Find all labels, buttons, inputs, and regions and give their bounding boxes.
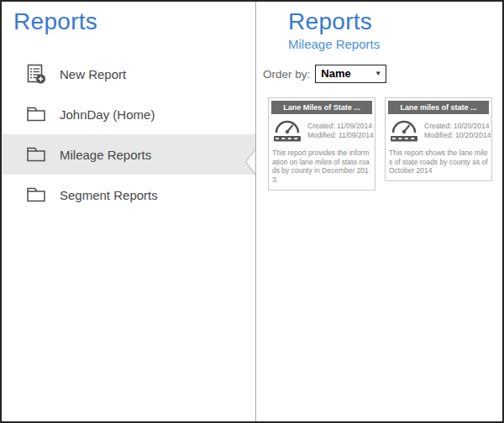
reports-app-window: Reports	[0, 0, 504, 423]
sidebar-item-label: New Report	[60, 67, 126, 81]
mileage-gauge-icon	[389, 118, 419, 144]
report-card-meta: Created: 10/20/2014 Modified: 10/20/2014	[388, 118, 489, 144]
sidebar-title: Reports	[13, 8, 255, 35]
report-card-meta: Created: 11/09/2014 Modified: 11/09/2014	[271, 118, 372, 144]
sidebar-item-label: Mileage Reports	[60, 148, 151, 162]
report-card[interactable]: Lane Miles of State ... Created: 11/09/2…	[268, 97, 375, 191]
page-title: Reports	[288, 8, 502, 35]
report-card-list: Lane Miles of State ... Created: 11/09/2…	[268, 97, 502, 191]
report-card-dates: Created: 10/20/2014 Modified: 10/20/2014	[424, 122, 491, 141]
report-card-title: Lane Miles of State ...	[271, 101, 372, 114]
report-card-dates: Created: 11/09/2014 Modified: 11/09/2014	[307, 122, 374, 141]
sidebar-item-segment-reports[interactable]: Segment Reports	[2, 175, 255, 215]
order-by-select[interactable]: Name ▼	[315, 65, 386, 83]
sidebar-item-mileage-reports[interactable]: Mileage Reports	[2, 134, 255, 175]
folder-list: New Report JohnDay (Home)	[2, 54, 255, 215]
mileage-gauge-icon	[272, 118, 302, 144]
report-card-description: This report shows the lane miles of stat…	[388, 149, 489, 175]
folder-icon	[25, 186, 47, 203]
sidebar-item-johnday-home[interactable]: JohnDay (Home)	[2, 94, 255, 134]
sidebar-item-label: Segment Reports	[60, 188, 158, 202]
main-panel: Reports Mileage Reports Order by: Name ▼…	[255, 2, 502, 421]
folder-icon	[25, 106, 47, 123]
report-card-description: This report provides the information on …	[271, 149, 372, 185]
new-report-icon	[25, 63, 47, 85]
order-by-row: Order by: Name ▼	[263, 65, 502, 83]
sidebar: Reports	[2, 2, 255, 421]
dropdown-caret-icon: ▼	[375, 70, 381, 77]
breadcrumb-current-folder: Mileage Reports	[288, 37, 502, 51]
sidebar-item-label: JohnDay (Home)	[60, 107, 155, 122]
order-by-selected-value: Name	[321, 67, 350, 80]
folder-icon	[25, 146, 47, 163]
selected-folder-pointer-icon	[244, 149, 256, 175]
report-card[interactable]: Lane miles of state ... Created: 10/20/2…	[385, 97, 492, 181]
sidebar-item-new-report[interactable]: New Report	[2, 54, 255, 94]
report-card-title: Lane miles of state ...	[388, 101, 489, 114]
order-by-label: Order by:	[263, 68, 310, 81]
